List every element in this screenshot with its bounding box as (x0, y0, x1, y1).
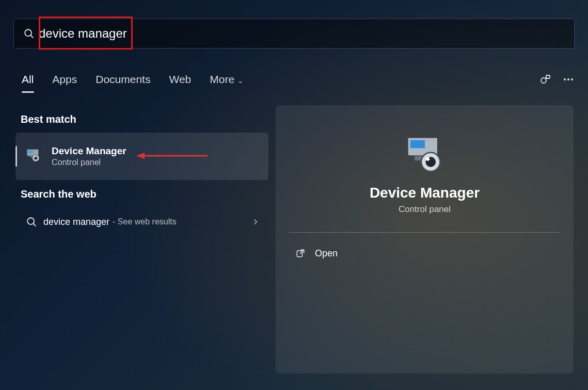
svg-point-9 (571, 78, 573, 80)
best-match-subtitle: Control panel (52, 158, 126, 167)
svg-rect-11 (28, 151, 33, 153)
svg-point-23 (426, 157, 430, 161)
preview-subtitle: Control panel (399, 204, 451, 215)
search-icon (26, 216, 37, 228)
search-input[interactable] (35, 19, 574, 48)
web-result-suffix: - See web results (113, 217, 177, 226)
filter-tabs: All Apps Documents Web More⌄ (22, 68, 575, 91)
svg-line-1 (30, 35, 33, 38)
open-label: Open (315, 248, 338, 259)
best-match-title: Device Manager (52, 145, 126, 157)
tab-web[interactable]: Web (169, 73, 191, 86)
tab-all[interactable]: All (22, 73, 34, 86)
best-match-header: Best match (21, 113, 263, 125)
result-preview-panel: Device Manager Control panel Open (276, 105, 574, 373)
svg-rect-24 (297, 251, 302, 257)
device-manager-icon (402, 134, 448, 172)
tab-more[interactable]: More⌄ (210, 73, 244, 86)
best-match-result[interactable]: Device Manager Control panel (15, 133, 268, 180)
svg-line-17 (33, 223, 36, 226)
open-action[interactable]: Open (288, 239, 561, 268)
search-web-header: Search the web (21, 188, 263, 200)
svg-rect-19 (410, 140, 424, 148)
web-result-query: device manager (43, 217, 109, 228)
svg-point-16 (27, 218, 34, 224)
svg-point-7 (564, 78, 566, 80)
svg-point-15 (34, 156, 35, 157)
more-options-icon[interactable] (562, 73, 575, 86)
chevron-down-icon: ⌄ (237, 76, 244, 85)
svg-point-8 (567, 78, 569, 80)
quick-search-icon[interactable] (539, 73, 552, 86)
tab-documents[interactable]: Documents (96, 73, 150, 86)
device-manager-icon (25, 148, 42, 165)
tab-apps[interactable]: Apps (52, 73, 77, 86)
svg-point-4 (541, 78, 546, 83)
search-bar[interactable] (13, 19, 575, 48)
preview-title: Device Manager (370, 185, 480, 201)
chevron-right-icon (252, 218, 259, 225)
search-icon (23, 28, 35, 39)
open-icon (295, 248, 306, 258)
svg-point-0 (25, 29, 31, 36)
web-search-result[interactable]: device manager - See web results (15, 207, 268, 236)
